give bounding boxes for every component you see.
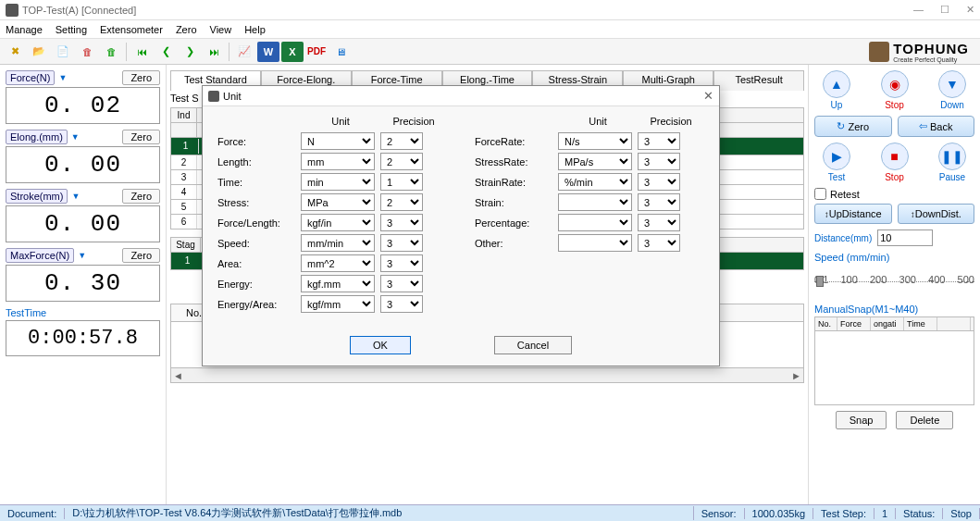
menu-help[interactable]: Help [244,24,266,35]
field-label: Area: [217,258,295,269]
chevron-down-icon[interactable]: ▼ [71,132,81,142]
speed-slider[interactable]: 0.1100200300400500 [814,274,974,296]
ok-button[interactable]: OK [350,336,411,354]
nav-next-icon[interactable]: ❯ [179,42,201,62]
unit-select[interactable]: mm^2 [301,254,375,272]
stop-button[interactable]: ◉Stop [873,70,917,110]
cancel-button[interactable]: Cancel [494,336,572,354]
precision-select[interactable]: 3 [638,193,680,211]
precision-select[interactable]: 3 [638,132,680,150]
snap-button[interactable]: Snap [836,411,887,429]
metric-label[interactable]: MaxForce(N) [6,248,74,263]
precision-select[interactable]: 1 [380,173,423,191]
window-title: TOP-Test(A) [Connected] [22,5,136,16]
nav-first-icon[interactable]: ⏮ [130,42,153,62]
tool-open-icon[interactable]: 📂 [28,42,50,62]
tool-word-icon[interactable]: W [257,42,279,62]
precision-select[interactable]: 2 [380,153,423,170]
unit-select[interactable] [558,193,632,211]
tool-pdf-icon[interactable]: PDF [305,42,328,62]
dialog-left-column: UnitPrecision Force: N 2Length: mm 2Time… [217,116,447,316]
unit-select[interactable]: kgf/mm [301,295,375,313]
down-button[interactable]: ▼Down [930,70,974,110]
menu-zero[interactable]: Zero [176,24,197,35]
up-button[interactable]: ▲Up [814,70,859,110]
unit-select[interactable] [558,234,632,252]
precision-select[interactable]: 3 [638,173,680,191]
unit-select[interactable]: N/s [558,132,632,150]
tool-new-icon[interactable]: 📄 [52,42,74,62]
precision-select[interactable]: 3 [380,214,423,231]
unit-select[interactable]: MPa/s [558,153,632,170]
chevron-down-icon[interactable]: ▼ [78,251,87,260]
metric-label[interactable]: Elong.(mm) [6,130,68,144]
field-label: Length: [217,156,295,167]
field-label: Time: [217,177,295,188]
menu-view[interactable]: View [210,24,232,35]
precision-select[interactable]: 3 [380,275,423,292]
metric-label[interactable]: Force(N) [6,70,55,85]
app-icon [6,4,19,17]
unit-select[interactable] [558,214,632,231]
unit-select[interactable]: %/min [558,173,632,191]
unit-select[interactable]: N [301,132,375,150]
metric-label[interactable]: Stroke(mm) [6,189,68,204]
zero-pill-button[interactable]: ↻Zero [814,116,892,137]
tool-monitor-icon[interactable]: 🖥 [329,42,352,62]
unit-select[interactable]: kgf/in [301,214,375,231]
stop-icon: ◉ [881,70,909,98]
updistance-button[interactable]: ↕UpDistance [814,204,892,224]
back-pill-button[interactable]: ⇦Back [898,116,975,137]
zero-button[interactable]: Zero [122,248,160,263]
menu-extensometer[interactable]: Extensometer [100,24,163,35]
slider-thumb[interactable] [816,276,824,287]
precision-select[interactable]: 2 [380,132,423,150]
precision-select[interactable]: 3 [380,234,423,252]
retest-checkbox[interactable]: Retest [814,188,974,200]
unit-select[interactable]: min [301,173,375,191]
dialog-titlebar[interactable]: Unit ✕ [203,86,719,106]
chevron-down-icon[interactable]: ▼ [58,73,68,82]
zero-button[interactable]: Zero [122,130,160,144]
nav-last-icon[interactable]: ⏭ [203,42,225,62]
manualsnap-label: ManualSnap(M1~M40) [814,304,974,315]
tool-chart-icon[interactable]: 📈 [233,42,255,62]
unit-select[interactable]: kgf.mm [301,275,375,292]
status-sensor: 1000.035kg [745,508,814,519]
unit-select[interactable]: mm/min [301,234,375,252]
delete-button[interactable]: Delete [896,411,953,429]
precision-select[interactable]: 2 [380,193,423,211]
dialog-close-icon[interactable]: ✕ [703,89,713,103]
metric-value: 0. 00 [6,146,160,183]
unit-select[interactable]: MPa [301,193,375,211]
zero-button[interactable]: Zero [122,189,160,204]
precision-select[interactable]: 3 [638,214,680,231]
precision-select[interactable]: 3 [380,254,423,272]
tab-testresult[interactable]: TestResult [713,70,804,91]
minimize-icon[interactable]: — [913,4,924,16]
stop-button[interactable]: ■Stop [873,143,917,182]
tool-excel-icon[interactable]: X [281,42,304,62]
test-button[interactable]: ▶Test [814,143,859,182]
downdist-button[interactable]: ↕DownDist. [898,204,975,224]
precision-select[interactable]: 3 [380,295,423,313]
close-icon[interactable]: ✕ [966,4,974,16]
tool-trash-icon[interactable]: 🗑 [100,42,122,62]
dialog-right-column: UnitPrecision ForceRate: N/s 3StressRate… [475,116,704,316]
precision-select[interactable]: 3 [638,234,680,252]
precision-select[interactable]: 3 [638,153,680,170]
menu-manage[interactable]: Manage [6,24,43,35]
tool-delete-icon[interactable]: 🗑 [76,42,98,62]
distance-input[interactable] [877,229,933,246]
status-doc-label: Document: [0,508,65,519]
unit-select[interactable]: mm [301,153,375,170]
status-bar: Document: D:\拉力机软件\TOP-Test V8.64力学测试软件新… [0,504,980,521]
chevron-down-icon[interactable]: ▼ [71,192,81,201]
maximize-icon[interactable]: ☐ [940,4,949,16]
zero-button[interactable]: Zero [122,70,160,85]
menu-setting[interactable]: Setting [56,24,87,35]
pause-button[interactable]: ❚❚Pause [930,143,974,182]
nav-prev-icon[interactable]: ❮ [155,42,177,62]
horizontal-scrollbar[interactable]: ◄► [170,368,804,383]
tool-wrench-icon[interactable]: ✖ [4,42,26,62]
